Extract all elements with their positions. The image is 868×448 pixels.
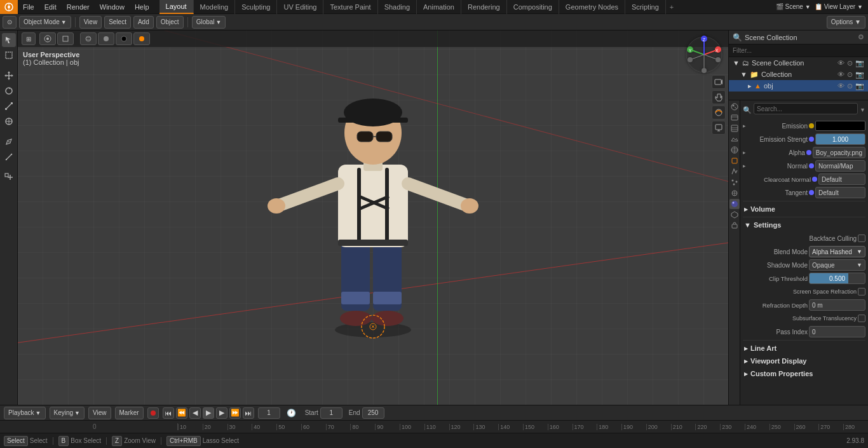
tab-geometry-nodes[interactable]: Geometry Nodes <box>559 0 625 14</box>
prop-tab-physics[interactable] <box>729 188 740 198</box>
outliner-obj[interactable]: ▸ ▲ obj 👁 ⊙ 📷 <box>729 80 868 92</box>
shading-rendered-btn[interactable] <box>133 32 150 45</box>
jump-end-btn[interactable]: ⏭ <box>243 407 254 419</box>
custom-properties-section-header[interactable]: ▸ Custom Properties <box>743 368 865 379</box>
render-preview-btn[interactable] <box>712 121 726 135</box>
restrict-icon[interactable]: ⊙ <box>847 59 853 67</box>
prop-tab-modifier[interactable] <box>729 166 740 177</box>
end-frame-input[interactable]: 250 <box>362 407 384 419</box>
view-menu-btn[interactable]: View <box>79 16 102 29</box>
view-layer-dropdown-icon[interactable]: ▼ <box>857 4 863 10</box>
camera-view-btn[interactable] <box>712 75 726 89</box>
properties-search-input[interactable] <box>754 103 858 114</box>
alpha-dot[interactable] <box>806 150 811 155</box>
viewport-gizmo-btn[interactable] <box>57 32 74 45</box>
tab-sculpting[interactable]: Sculpting <box>235 0 277 14</box>
prop-tab-particles[interactable] <box>729 177 740 187</box>
global-transform-btn[interactable]: Global ▼ <box>192 16 226 29</box>
shading-solid-btn[interactable] <box>98 32 114 45</box>
volume-section-header[interactable]: ▸ Volume <box>743 203 865 215</box>
sst-checkbox[interactable] <box>858 315 865 322</box>
viewport-display-section-header[interactable]: ▸ Viewport Display <box>743 355 865 367</box>
tab-scripting[interactable]: Scripting <box>625 0 666 14</box>
camera-orbit-btn[interactable] <box>712 105 726 119</box>
collection-restrict-icon[interactable]: ⊙ <box>847 71 853 79</box>
clip-threshold-slider[interactable]: 0.500 <box>809 273 865 284</box>
clearcoat-normal-dot[interactable] <box>812 177 817 182</box>
refraction-depth-value[interactable]: 0 m <box>809 299 865 311</box>
object-mode-btn[interactable]: Object Mode ▼ <box>19 16 71 29</box>
ssr-checkbox[interactable] <box>858 288 865 295</box>
menu-file[interactable]: File <box>18 0 39 14</box>
jump-start-btn[interactable]: ⏮ <box>163 407 174 419</box>
obj-restrict-icon[interactable]: ⊙ <box>847 82 853 90</box>
scale-tool-btn[interactable] <box>2 99 16 113</box>
viewport-3d[interactable]: ⊞ <box>18 31 728 405</box>
clearcoat-normal-value[interactable]: Default <box>818 173 865 185</box>
alpha-expand[interactable]: ▸ <box>743 149 747 156</box>
prop-tab-object[interactable] <box>729 156 740 166</box>
shading-material-btn[interactable] <box>116 32 132 45</box>
blender-logo[interactable] <box>0 0 18 14</box>
render-icon[interactable]: 📷 <box>855 59 864 67</box>
outliner-collection[interactable]: ▼ 📁 Collection 👁 ⊙ 📷 <box>729 69 868 80</box>
jump-back-btn[interactable]: ◀ <box>189 407 201 419</box>
timeline-keying-btn[interactable]: Keying ▼ <box>50 407 85 419</box>
tab-animation[interactable]: Animation <box>417 0 461 14</box>
record-btn[interactable] <box>147 407 159 419</box>
add-workspace-tab[interactable]: + <box>666 2 677 12</box>
transform-tool-btn[interactable] <box>2 114 16 128</box>
annotate-tool-btn[interactable] <box>2 135 16 149</box>
hand-pan-btn[interactable] <box>712 90 726 104</box>
navigation-gizmo[interactable]: X Y Z <box>685 36 723 74</box>
transform-pivot-btn[interactable]: ⊙ <box>3 16 17 29</box>
tab-uv-editing[interactable]: UV Editing <box>277 0 323 14</box>
outliner-filter-icon[interactable]: ⚙ <box>858 33 864 41</box>
play-btn[interactable]: ▶ <box>203 407 214 419</box>
line-art-section-header[interactable]: ▸ Line Art <box>743 343 865 354</box>
pass-index-value[interactable]: 0 <box>809 326 865 337</box>
hide-icon[interactable]: 👁 <box>837 59 844 67</box>
collection-hide-icon[interactable]: 👁 <box>837 71 844 78</box>
timeline-playback-btn[interactable]: Playback ▼ <box>4 407 46 419</box>
viewport-overlay-btn[interactable] <box>39 32 56 45</box>
object-menu-btn[interactable]: Object <box>156 16 184 29</box>
emission-strength-dot[interactable] <box>809 137 814 142</box>
tab-layout[interactable]: Layout <box>159 0 194 14</box>
rotate-tool-btn[interactable] <box>2 84 16 98</box>
normal-value[interactable]: Normal/Map <box>815 160 865 172</box>
obj-hide-icon[interactable]: 👁 <box>837 82 844 90</box>
prop-tab-constraints[interactable] <box>729 221 740 231</box>
prev-keyframe-btn[interactable]: ⏪ <box>176 407 187 419</box>
tab-modeling[interactable]: Modeling <box>194 0 236 14</box>
prop-tab-output[interactable] <box>729 112 740 123</box>
start-frame-input[interactable]: 1 <box>320 407 342 419</box>
prop-tab-scene[interactable] <box>729 134 740 144</box>
tab-rendering[interactable]: Rendering <box>461 0 507 14</box>
timeline-marker-btn[interactable]: Marker <box>115 407 144 419</box>
menu-help[interactable]: Help <box>130 0 154 14</box>
tab-shading[interactable]: Shading <box>378 0 417 14</box>
emission-strength-slider[interactable]: 1.000 <box>815 133 865 145</box>
prop-search-dropdown[interactable]: ▼ <box>860 107 865 113</box>
viewport-shading-menu[interactable]: ⊞ <box>22 32 36 45</box>
obj-render-icon[interactable]: 📷 <box>855 82 864 90</box>
next-keyframe-btn[interactable]: ⏩ <box>229 407 241 419</box>
move-tool-btn[interactable] <box>2 69 16 83</box>
outliner-search-input[interactable] <box>729 44 868 57</box>
backface-culling-checkbox[interactable] <box>858 234 865 242</box>
tangent-value[interactable]: Default <box>815 187 865 198</box>
prop-tab-view-layer[interactable] <box>729 123 740 133</box>
emission-color-swatch[interactable] <box>815 121 865 131</box>
select-tool-btn[interactable] <box>2 48 16 62</box>
emission-dot[interactable] <box>809 123 814 128</box>
menu-window[interactable]: Window <box>95 0 130 14</box>
prop-tab-material[interactable] <box>729 199 740 209</box>
current-frame-input[interactable]: 1 <box>258 407 280 419</box>
tangent-dot[interactable] <box>809 190 814 195</box>
normal-dot[interactable] <box>809 163 814 168</box>
prop-tab-data[interactable] <box>729 210 740 220</box>
normal-expand[interactable]: ▸ <box>743 163 749 169</box>
tab-texture-paint[interactable]: Texture Paint <box>323 0 377 14</box>
shading-wireframe-btn[interactable] <box>80 32 97 45</box>
